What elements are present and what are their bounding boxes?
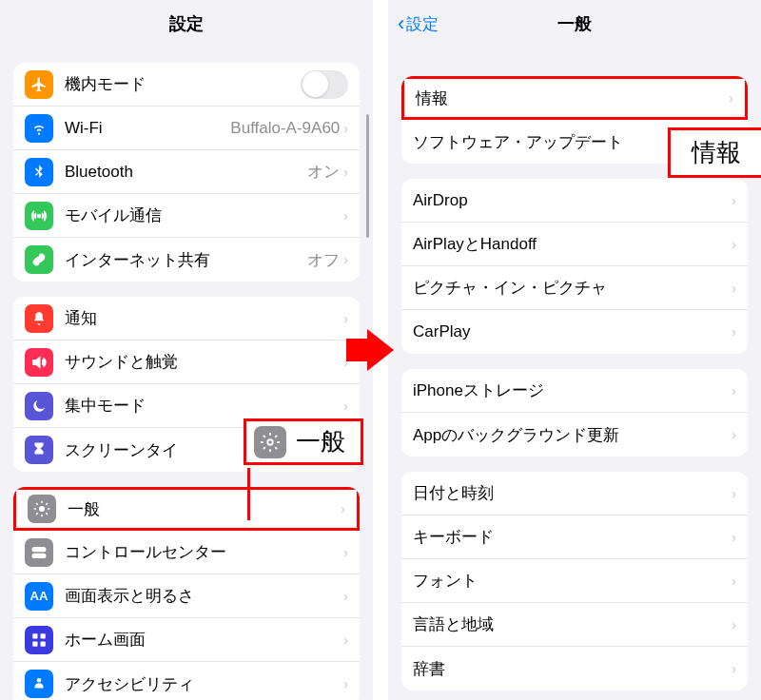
chevron-right-icon: › <box>732 193 736 208</box>
settings-row[interactable]: CarPlay› <box>401 310 748 354</box>
row-label: AirPlayとHandoff <box>413 233 732 255</box>
arrow-icon <box>367 329 394 371</box>
chevron-right-icon: › <box>343 632 348 648</box>
callout-about: 情報 <box>668 127 761 178</box>
settings-list[interactable]: 機内モードWi-FiBuffalo-A-9A60›Bluetoothオン›モバイ… <box>0 48 373 700</box>
settings-row[interactable]: iPhoneストレージ› <box>401 369 748 413</box>
chevron-right-icon: › <box>343 545 348 560</box>
chevron-right-icon: › <box>343 165 348 180</box>
settings-row[interactable]: アクセシビリティ› <box>13 662 360 700</box>
chevron-right-icon: › <box>343 311 348 326</box>
row-label: 日付と時刻 <box>413 482 732 504</box>
chevron-right-icon: › <box>729 90 733 106</box>
row-label: 画面表示と明るさ <box>65 585 343 607</box>
gear-icon <box>254 426 286 458</box>
group-system: 日付と時刻›キーボード›フォント›言語と地域›辞書› <box>401 472 748 690</box>
svg-point-1 <box>40 507 45 512</box>
settings-row[interactable]: コントロールセンター› <box>13 531 360 574</box>
settings-row[interactable]: 一般› <box>13 487 360 531</box>
scrollbar[interactable] <box>366 114 369 238</box>
chevron-right-icon: › <box>343 208 348 224</box>
settings-row[interactable]: AirPlayとHandoff› <box>401 223 748 266</box>
chevron-right-icon: › <box>732 661 736 676</box>
row-label: アクセシビリティ <box>65 673 343 695</box>
switches-icon <box>25 538 53 567</box>
chevron-right-icon: › <box>341 501 345 516</box>
airplane-icon <box>25 70 53 99</box>
row-label: 通知 <box>65 307 343 329</box>
settings-row[interactable]: フォント› <box>401 559 748 603</box>
row-label: CarPlay <box>413 322 732 341</box>
settings-row[interactable]: 言語と地域› <box>401 603 748 647</box>
row-label: 一般 <box>68 498 341 520</box>
svg-rect-7 <box>41 633 46 638</box>
row-label: 辞書 <box>413 658 732 680</box>
group-connectivity: 機内モードWi-FiBuffalo-A-9A60›Bluetoothオン›モバイ… <box>13 63 360 282</box>
row-label: Bluetooth <box>65 163 307 182</box>
back-label: 設定 <box>406 13 439 35</box>
gear-icon <box>28 495 56 523</box>
aa-icon: AA <box>25 582 53 611</box>
row-label: サウンドと触覚 <box>65 351 343 373</box>
svg-rect-6 <box>32 633 37 638</box>
settings-row[interactable]: モバイル通信› <box>13 194 360 238</box>
svg-point-11 <box>267 439 273 445</box>
chevron-right-icon: › <box>732 486 736 501</box>
chevron-right-icon: › <box>732 383 736 399</box>
row-label: キーボード <box>413 526 732 548</box>
bell-icon <box>25 304 53 333</box>
row-value: オン <box>307 161 340 183</box>
toggle-switch[interactable] <box>301 70 348 99</box>
navbar: ‹ 設定 一般 <box>388 0 761 48</box>
settings-row[interactable]: AA画面表示と明るさ› <box>13 574 360 618</box>
row-value: オフ <box>307 249 340 271</box>
svg-point-5 <box>42 554 44 556</box>
bluetooth-icon <box>25 158 53 186</box>
svg-point-10 <box>37 678 42 683</box>
group-airfeatures: AirDrop›AirPlayとHandoff›ピクチャ・イン・ピクチャ›Car… <box>401 179 748 354</box>
row-label: モバイル通信 <box>65 204 343 226</box>
svg-rect-9 <box>41 641 46 646</box>
row-label: 機内モード <box>65 73 301 95</box>
settings-row[interactable]: Appのバックグラウンド更新› <box>401 413 748 457</box>
page-title: 一般 <box>557 12 592 35</box>
row-label: 集中モード <box>65 395 343 417</box>
row-label: 言語と地域 <box>413 613 732 635</box>
moon-icon <box>25 392 53 420</box>
group-storage: iPhoneストレージ›Appのバックグラウンド更新› <box>401 369 748 457</box>
settings-row[interactable]: インターネット共有オフ› <box>13 238 360 282</box>
settings-row[interactable]: 機内モード <box>13 63 360 107</box>
grid-icon <box>25 626 53 654</box>
chevron-right-icon: › <box>343 252 348 267</box>
callout-label: 情報 <box>692 136 741 169</box>
chevron-right-icon: › <box>732 281 736 296</box>
chevron-right-icon: › <box>343 676 348 691</box>
settings-row[interactable]: 辞書› <box>401 647 748 690</box>
chevron-right-icon: › <box>343 121 348 136</box>
general-list[interactable]: 情報›ソフトウェア・アップデート› AirDrop›AirPlayとHandof… <box>388 48 761 700</box>
settings-row[interactable]: サウンドと触覚› <box>13 340 360 384</box>
svg-point-3 <box>34 548 36 550</box>
settings-row[interactable]: Bluetoothオン› <box>13 150 360 194</box>
speaker-icon <box>25 348 53 377</box>
hourglass-icon <box>25 436 53 464</box>
settings-row[interactable]: AirDrop› <box>401 179 748 223</box>
settings-row[interactable]: Wi-FiBuffalo-A-9A60› <box>13 107 360 150</box>
settings-row[interactable]: ホーム画面› <box>13 618 360 662</box>
chevron-right-icon: › <box>343 589 348 604</box>
settings-row[interactable]: ピクチャ・イン・ピクチャ› <box>401 266 748 310</box>
navbar: 設定 <box>0 0 373 48</box>
row-label: iPhoneストレージ <box>413 379 732 401</box>
settings-row[interactable]: 通知› <box>13 297 360 340</box>
callout-label: 一般 <box>296 425 345 458</box>
chevron-right-icon: › <box>343 399 348 414</box>
group-general: 一般›コントロールセンター›AA画面表示と明るさ›ホーム画面›アクセシビリティ› <box>13 487 360 700</box>
settings-row[interactable]: 情報› <box>401 76 748 120</box>
chevron-right-icon: › <box>732 324 736 340</box>
svg-rect-8 <box>32 641 37 646</box>
row-label: フォント <box>413 570 732 592</box>
settings-row[interactable]: 日付と時刻› <box>401 472 748 515</box>
settings-row[interactable]: キーボード› <box>401 515 748 559</box>
back-button[interactable]: ‹ 設定 <box>398 11 439 36</box>
row-label: ピクチャ・イン・ピクチャ <box>413 277 732 299</box>
